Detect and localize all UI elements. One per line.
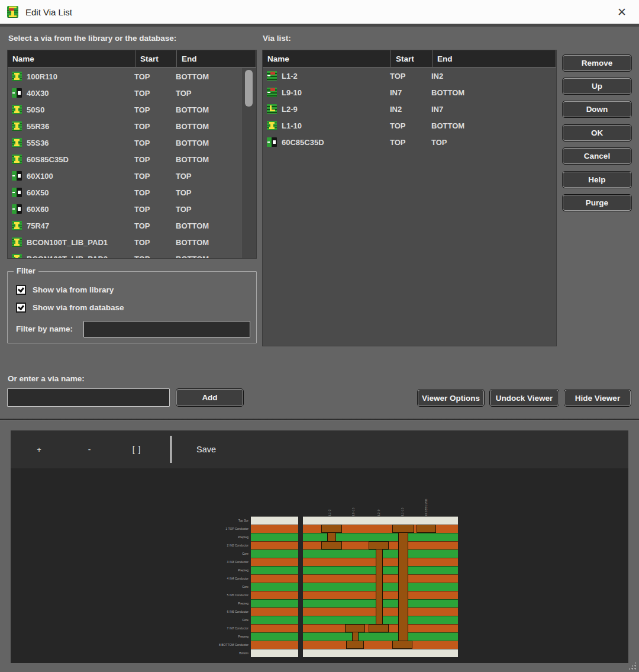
- layer-label: 1 TOP Conductor: [188, 525, 248, 533]
- action-button[interactable]: OK: [562, 124, 632, 142]
- zoom-in-button[interactable]: +: [30, 445, 48, 454]
- action-button[interactable]: Up: [562, 78, 632, 95]
- layer-label: Prepreg: [188, 566, 248, 574]
- add-button[interactable]: Add: [176, 388, 244, 407]
- viewer-canvas[interactable]: Top Sur1 TOP ConductorPrepreg2 IN2 Condu…: [11, 468, 628, 663]
- stack-tick-label: L2-9: [377, 509, 380, 516]
- library-table-row[interactable]: 60S85C35D TOP BOTTOM: [8, 151, 241, 168]
- via-list-table-row[interactable]: L2-9 IN2 IN7: [263, 101, 556, 117]
- resize-grip-icon[interactable]: [628, 661, 637, 670]
- layer-row: [251, 549, 298, 558]
- layer-row: [251, 641, 298, 649]
- library-table-row[interactable]: 60X50 TOP TOP: [8, 184, 241, 201]
- library-table-row[interactable]: 75R47 TOP BOTTOM: [8, 217, 241, 234]
- close-icon[interactable]: ✕: [612, 5, 632, 19]
- via-start-cell: TOP: [130, 155, 171, 164]
- via-list-table-body: L1-2 TOP IN2 L9-10 IN7 BOTTOM L2-9 IN2 I…: [263, 67, 556, 150]
- via-type-icon: [12, 88, 22, 98]
- show-database-checkbox-row[interactable]: Show via from database: [16, 303, 124, 313]
- checkbox-checked-icon[interactable]: [16, 303, 26, 313]
- via-end-cell: TOP: [171, 188, 241, 197]
- via-list-table-row[interactable]: L9-10 IN7 BOTTOM: [263, 84, 556, 101]
- library-table-row[interactable]: BCON100T_LIB_PAD2 TOP BOTTOM: [8, 250, 241, 258]
- layer-label: 8 BOTTOM Conductor: [188, 641, 248, 649]
- layer-label: Prepreg: [188, 599, 248, 607]
- library-table-row[interactable]: 55S36 TOP BOTTOM: [8, 134, 241, 151]
- via-end-cell: BOTTOM: [171, 105, 241, 114]
- via-end-cell: TOP: [427, 138, 556, 147]
- via-end-cell: BOTTOM: [171, 221, 241, 230]
- via-end-cell: TOP: [171, 89, 241, 98]
- layer-row: [251, 516, 298, 525]
- library-table-row[interactable]: 55R36 TOP BOTTOM: [8, 118, 241, 134]
- via-type-icon: [12, 188, 22, 197]
- action-button[interactable]: Cancel: [562, 147, 632, 165]
- column-header-start[interactable]: Start: [135, 50, 177, 67]
- via-pad: [392, 641, 412, 649]
- column-header-name[interactable]: Name: [263, 50, 391, 67]
- via-start-cell: TOP: [130, 221, 171, 230]
- via-barrel: [376, 549, 383, 625]
- hide-viewer-button[interactable]: Hide Viewer: [564, 389, 631, 407]
- library-table-row[interactable]: 40X30 TOP TOP: [8, 85, 241, 101]
- library-table-row[interactable]: 100R110 TOP BOTTOM: [8, 68, 241, 85]
- undock-viewer-button[interactable]: Undock Viewer: [489, 389, 559, 407]
- via-barrel: [352, 632, 359, 641]
- layer-label: Prepreg: [188, 533, 248, 541]
- checkbox-label: Show via from database: [33, 303, 124, 312]
- layer-row: [251, 616, 298, 624]
- via-end-cell: IN2: [427, 72, 556, 81]
- via-end-cell: TOP: [171, 172, 241, 181]
- checkbox-label: Show via from library: [33, 285, 114, 294]
- library-table-scrollbar[interactable]: [241, 68, 256, 258]
- via-type-icon: [12, 72, 22, 81]
- library-table-row[interactable]: 60X100 TOP TOP: [8, 168, 241, 184]
- column-header-start[interactable]: Start: [391, 50, 433, 67]
- via-pad: [417, 525, 436, 533]
- library-table-row[interactable]: 50S0 TOP BOTTOM: [8, 101, 241, 118]
- action-button[interactable]: Purge: [562, 194, 632, 211]
- via-name-cell: BCON100T_LIB_PAD2: [22, 255, 130, 259]
- via-name-cell: L1-10: [277, 121, 385, 130]
- library-via-table: Name Start End 100R110 TOP BOTTOM 40X30 …: [7, 50, 257, 259]
- via-end-cell: IN7: [427, 105, 556, 114]
- via-pad: [321, 541, 342, 549]
- via-start-cell: TOP: [130, 105, 171, 114]
- layer-row: [251, 649, 298, 657]
- via-end-cell: BOTTOM: [171, 72, 241, 81]
- layer-row: [251, 632, 298, 641]
- column-header-name[interactable]: Name: [8, 50, 135, 67]
- layer-label: 6 IN6 Conductor: [188, 607, 248, 616]
- layer-label-column: Top Sur1 TOP ConductorPrepreg2 IN2 Condu…: [188, 516, 248, 657]
- via-list-table-row[interactable]: L1-2 TOP IN2: [263, 67, 556, 84]
- checkbox-checked-icon[interactable]: [16, 285, 26, 295]
- column-header-end[interactable]: End: [177, 50, 256, 67]
- via-type-icon: [12, 254, 22, 258]
- zoom-out-button[interactable]: -: [80, 445, 98, 454]
- via-list-table-row[interactable]: 60C85C35D TOP TOP: [263, 134, 556, 150]
- enter-via-name-label: Or enter a via name:: [8, 374, 85, 383]
- library-table-row[interactable]: BCON100T_LIB_PAD1 TOP BOTTOM: [8, 234, 241, 250]
- via-type-icon: [12, 171, 22, 181]
- library-table-row[interactable]: 60X60 TOP TOP: [8, 201, 241, 217]
- save-button[interactable]: Save: [196, 445, 216, 454]
- filter-groupbox: Filter Show via from library Show via fr…: [7, 271, 257, 343]
- via-type-icon: [267, 121, 277, 130]
- viewer-options-button[interactable]: Viewer Options: [417, 389, 485, 407]
- via-list-table-row[interactable]: L1-10 TOP BOTTOM: [263, 117, 556, 134]
- action-button[interactable]: Down: [562, 101, 632, 118]
- scrollbar-thumb[interactable]: [245, 70, 253, 107]
- layer-label: Bottom: [188, 649, 248, 657]
- via-name-cell: 60C85C35D: [277, 138, 385, 147]
- column-header-end[interactable]: End: [433, 50, 556, 67]
- show-library-checkbox-row[interactable]: Show via from library: [16, 285, 114, 295]
- filter-by-name-input[interactable]: [83, 321, 250, 337]
- via-name-input[interactable]: [7, 388, 170, 407]
- zoom-fit-button[interactable]: [ ]: [128, 445, 146, 454]
- layer-label: 4 IN4 Conductor: [188, 574, 248, 583]
- action-button[interactable]: Help: [562, 171, 632, 188]
- via-start-cell: TOP: [130, 172, 171, 181]
- via-type-icon: [12, 121, 22, 131]
- action-button[interactable]: Remove: [562, 54, 632, 72]
- via-name-cell: 100R110: [22, 72, 130, 81]
